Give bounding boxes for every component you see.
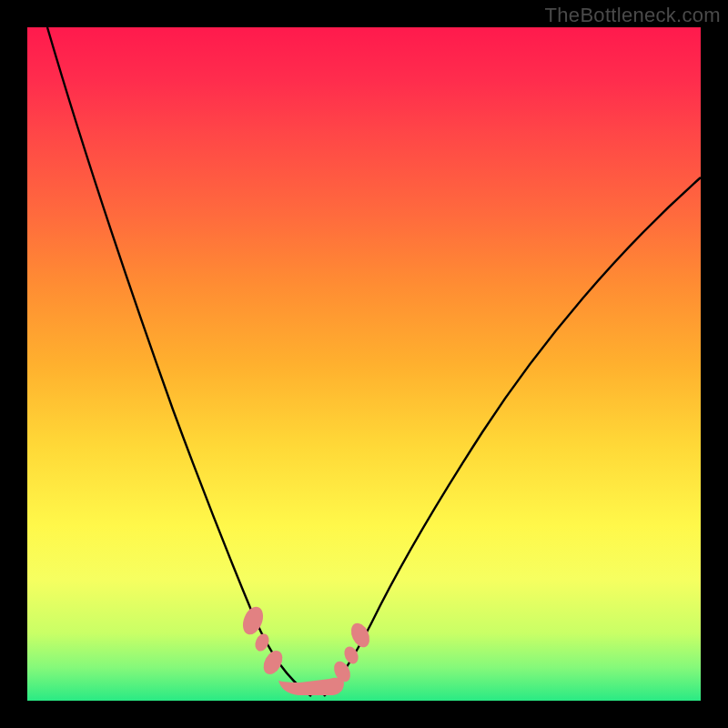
- right-curve: [324, 177, 701, 696]
- chart-svg: [27, 27, 701, 701]
- left-blob-mid: [253, 632, 272, 653]
- left-curve: [47, 27, 311, 696]
- plot-area: [27, 27, 701, 701]
- chart-frame: TheBottleneck.com: [0, 0, 728, 728]
- left-blob-lower: [259, 647, 286, 677]
- watermark-text: TheBottleneck.com: [545, 4, 721, 27]
- left-blob-upper: [239, 603, 268, 637]
- bottom-bridge-blob: [278, 678, 344, 695]
- right-blob-upper: [348, 621, 373, 651]
